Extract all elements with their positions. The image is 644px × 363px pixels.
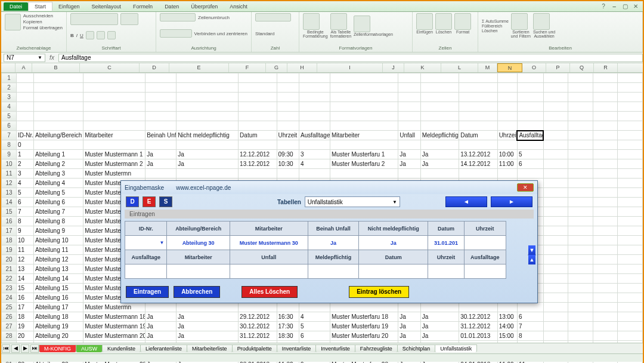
row-header[interactable]: 13 (2, 188, 17, 198)
cell[interactable] (497, 169, 517, 179)
cell[interactable]: 5 (16, 188, 33, 198)
cell[interactable] (568, 198, 593, 207)
row-header[interactable]: 25 (2, 303, 17, 312)
row-header[interactable]: 5 (2, 112, 17, 121)
menu-tab-start[interactable]: Start (28, 2, 52, 11)
cell[interactable] (568, 255, 593, 264)
cell[interactable] (543, 188, 568, 198)
cell[interactable]: 20 (16, 331, 33, 341)
cell[interactable] (543, 331, 568, 341)
row-header[interactable]: 27 (2, 322, 17, 331)
cell[interactable] (618, 140, 643, 150)
cell[interactable]: Ja (398, 331, 420, 341)
sheet-tab-m-konfig[interactable]: M-KONFIG (39, 344, 76, 352)
cell[interactable]: Muster Musterfaru 18 (330, 312, 398, 322)
col-header-M[interactable]: M (478, 63, 497, 72)
cell[interactable] (593, 188, 618, 198)
row-header[interactable]: 16 (2, 217, 17, 226)
cell[interactable] (497, 121, 517, 131)
cell[interactable]: Ja (145, 150, 177, 159)
prev-record-button[interactable]: ◄ (445, 196, 487, 207)
cell[interactable] (459, 73, 497, 83)
cell[interactable] (618, 188, 643, 198)
cell[interactable] (618, 159, 643, 169)
cell[interactable] (618, 264, 643, 274)
cell[interactable] (330, 102, 398, 112)
underline-button[interactable]: U (80, 33, 83, 38)
cell[interactable] (34, 93, 83, 102)
cell[interactable] (83, 83, 145, 93)
cell[interactable] (517, 140, 543, 150)
cell[interactable] (593, 169, 618, 179)
cell[interactable]: 4 (299, 159, 330, 169)
cell[interactable]: 6 (16, 198, 33, 207)
border-icon[interactable] (86, 31, 94, 39)
cell[interactable] (177, 140, 239, 150)
cell[interactable] (568, 226, 593, 236)
cell[interactable] (145, 73, 177, 83)
cell[interactable]: 4 (16, 179, 33, 188)
cell[interactable] (277, 140, 299, 150)
sheet-tab-unfallstatistik[interactable]: Unfallstatistik (435, 344, 477, 352)
col-header-C[interactable]: C (80, 63, 140, 72)
cell[interactable]: 12 (16, 255, 33, 264)
cell[interactable]: 10:00 (497, 150, 517, 159)
cell[interactable] (543, 245, 568, 255)
bold-button[interactable]: B (70, 33, 74, 38)
cell[interactable] (543, 198, 568, 207)
cond-format-icon[interactable] (303, 13, 320, 30)
cell[interactable] (543, 226, 568, 236)
cell[interactable] (618, 284, 643, 293)
cell[interactable]: 6 (299, 331, 330, 341)
cell[interactable]: 6 (517, 159, 543, 169)
cell[interactable] (568, 303, 593, 312)
menu-tab-überprüfen[interactable]: Überprüfen (185, 2, 224, 11)
row-header[interactable]: 11 (2, 169, 17, 179)
number-format[interactable] (255, 13, 291, 21)
form-input[interactable] (359, 264, 428, 279)
cell[interactable] (543, 159, 568, 169)
cell[interactable]: Beinah Unfall (145, 131, 177, 140)
cell[interactable]: 6 (517, 312, 543, 322)
format-cell-icon[interactable] (454, 13, 471, 30)
cell[interactable] (618, 93, 643, 102)
cell[interactable]: 5 (517, 150, 543, 159)
cell[interactable] (420, 140, 459, 150)
cell[interactable] (420, 83, 459, 93)
cell[interactable] (593, 245, 618, 255)
cell[interactable] (543, 140, 568, 150)
menu-tab-einfügen[interactable]: Einfügen (52, 2, 86, 11)
cell[interactable]: Abteilung 10 (34, 236, 83, 245)
des-e-button[interactable]: E (143, 196, 156, 207)
row-header[interactable]: 26 (2, 312, 17, 322)
col-header-O[interactable]: O (522, 63, 546, 72)
cell[interactable] (497, 83, 517, 93)
cell[interactable] (239, 112, 277, 121)
cell[interactable] (497, 303, 517, 312)
cell[interactable]: 18 (16, 312, 33, 322)
cell[interactable]: Abteilung 1 (34, 150, 83, 159)
cell[interactable] (459, 140, 497, 150)
cell[interactable] (593, 322, 618, 331)
cell[interactable] (517, 102, 543, 112)
cell[interactable] (593, 179, 618, 188)
cell[interactable] (145, 112, 177, 121)
col-header-N[interactable]: N (497, 63, 522, 72)
find-select-icon[interactable] (533, 13, 550, 30)
cell[interactable]: Ja (398, 322, 420, 331)
restore-icon[interactable]: ▢ (621, 3, 628, 10)
cell[interactable]: Abteilung 11 (34, 245, 83, 255)
cell[interactable]: 2 (16, 159, 33, 169)
cell[interactable] (34, 112, 83, 121)
cell[interactable]: 11 (16, 245, 33, 255)
cell[interactable] (543, 131, 568, 140)
cell[interactable] (177, 303, 239, 312)
tabellen-select[interactable]: Unfallstatistik▼ (305, 196, 400, 207)
cell[interactable]: Muster Musterfaru 19 (330, 322, 398, 331)
cell[interactable] (517, 112, 543, 121)
cell[interactable] (177, 83, 239, 93)
cell[interactable] (593, 150, 618, 159)
cell[interactable] (543, 102, 568, 112)
cell[interactable] (420, 102, 459, 112)
cell[interactable] (618, 73, 643, 83)
